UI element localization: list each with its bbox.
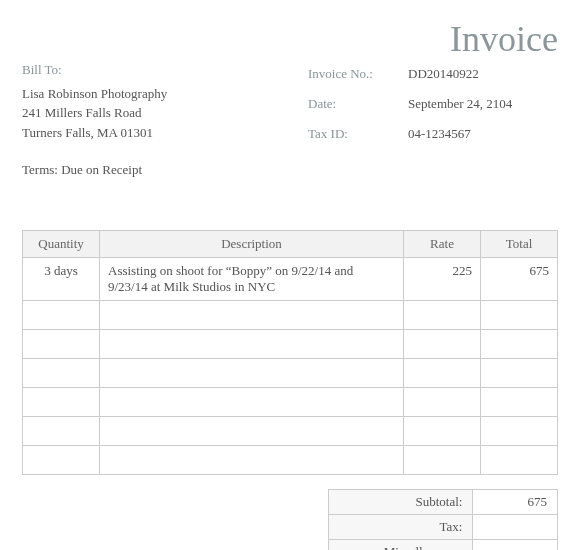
items-table: Quantity Description Rate Total 3 days A… <box>22 230 558 475</box>
cell-rate <box>404 416 481 445</box>
col-description-header: Description <box>100 230 404 257</box>
terms: Terms: Due on Receipt <box>22 160 308 180</box>
table-row <box>23 416 558 445</box>
col-total-header: Total <box>481 230 558 257</box>
cell-description <box>100 416 404 445</box>
bill-to-label: Bill To: <box>22 60 308 80</box>
cell-total <box>481 329 558 358</box>
cell-total <box>481 416 558 445</box>
cell-quantity <box>23 416 100 445</box>
bill-to-block: Bill To: Lisa Robinson Photography 241 M… <box>22 60 308 180</box>
invoice-meta: Invoice No.: DD20140922 Date: September … <box>308 66 558 180</box>
cell-description: Assisting on shoot for “Boppy” on 9/22/1… <box>100 257 404 300</box>
col-quantity-header: Quantity <box>23 230 100 257</box>
page-title: Invoice <box>450 18 558 60</box>
cell-rate <box>404 387 481 416</box>
tax-id-value: 04-1234567 <box>408 126 471 142</box>
cell-description <box>100 387 404 416</box>
tax-value <box>473 514 558 539</box>
cell-quantity: 3 days <box>23 257 100 300</box>
date-label: Date: <box>308 96 408 112</box>
cell-quantity <box>23 358 100 387</box>
col-rate-header: Rate <box>404 230 481 257</box>
table-row <box>23 358 558 387</box>
invoice-no-label: Invoice No.: <box>308 66 408 82</box>
bill-to-name: Lisa Robinson Photography <box>22 84 308 104</box>
table-row <box>23 387 558 416</box>
tax-label: Tax: <box>329 514 473 539</box>
cell-total <box>481 358 558 387</box>
cell-description <box>100 358 404 387</box>
table-row: 3 days Assisting on shoot for “Boppy” on… <box>23 257 558 300</box>
cell-description <box>100 329 404 358</box>
bill-to-address: Lisa Robinson Photography 241 Millers Fa… <box>22 84 308 143</box>
cell-quantity <box>23 387 100 416</box>
cell-description <box>100 445 404 474</box>
table-row <box>23 329 558 358</box>
subtotal-label: Subtotal: <box>329 489 473 514</box>
cell-rate: 225 <box>404 257 481 300</box>
misc-label: Miscellaneous: <box>329 539 473 550</box>
tax-id-label: Tax ID: <box>308 126 408 142</box>
invoice-no-value: DD20140922 <box>408 66 479 82</box>
cell-quantity <box>23 445 100 474</box>
date-value: September 24, 2104 <box>408 96 512 112</box>
header-section: Bill To: Lisa Robinson Photography 241 M… <box>22 60 558 180</box>
cell-total <box>481 445 558 474</box>
cell-rate <box>404 358 481 387</box>
cell-total <box>481 300 558 329</box>
cell-description <box>100 300 404 329</box>
cell-rate <box>404 445 481 474</box>
cell-rate <box>404 329 481 358</box>
cell-total <box>481 387 558 416</box>
cell-quantity <box>23 329 100 358</box>
cell-quantity <box>23 300 100 329</box>
bill-to-street: 241 Millers Falls Road <box>22 103 308 123</box>
table-row <box>23 300 558 329</box>
subtotal-value: 675 <box>473 489 558 514</box>
cell-total: 675 <box>481 257 558 300</box>
totals-table: Subtotal: 675 Tax: Miscellaneous: Balanc… <box>328 489 558 551</box>
bill-to-city: Turners Falls, MA 01301 <box>22 123 308 143</box>
cell-rate <box>404 300 481 329</box>
misc-value <box>473 539 558 550</box>
table-row <box>23 445 558 474</box>
